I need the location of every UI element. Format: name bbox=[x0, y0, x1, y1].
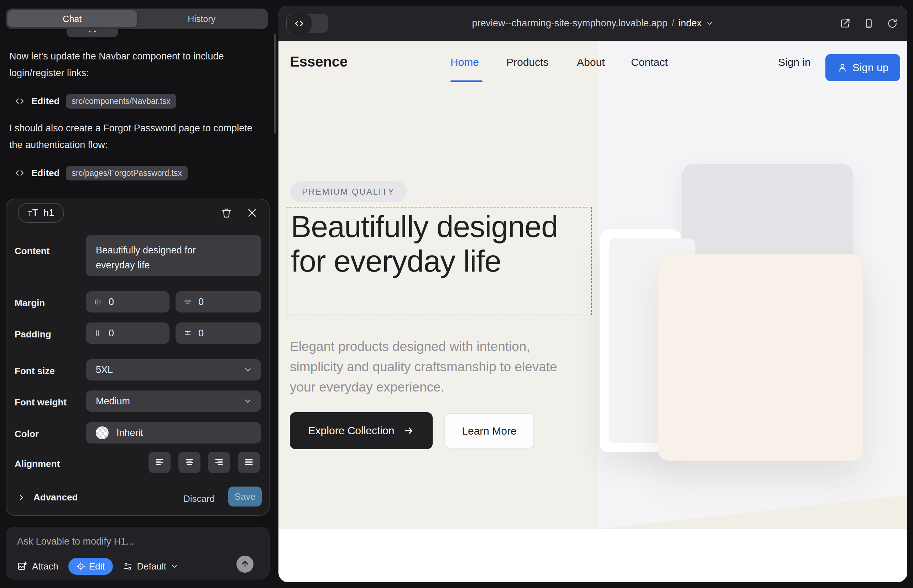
hero-description: Elegant products designed with intention… bbox=[290, 336, 578, 397]
chevron-down-icon bbox=[243, 365, 253, 375]
delete-element-button[interactable] bbox=[220, 207, 233, 219]
color-select[interactable]: Inherit bbox=[86, 422, 261, 444]
preview-chrome: preview--charming-site-symphony.lovable.… bbox=[278, 6, 907, 41]
edit-target-icon bbox=[76, 562, 86, 571]
advanced-label: Advanced bbox=[34, 492, 78, 503]
url-separator: / bbox=[672, 18, 674, 29]
padding-label: Padding bbox=[15, 329, 51, 340]
content-textarea[interactable]: Beautifully designed for everyday life bbox=[86, 235, 261, 276]
refresh-icon[interactable] bbox=[887, 18, 898, 29]
learn-more-button[interactable]: Learn More bbox=[444, 413, 534, 449]
align-left-button[interactable] bbox=[149, 452, 170, 473]
font-weight-label: Font weight bbox=[15, 397, 66, 408]
discard-button[interactable]: Discard bbox=[183, 493, 215, 504]
margin-horizontal-value: 0 bbox=[108, 297, 114, 307]
chevron-right-icon bbox=[17, 493, 26, 502]
arrow-right-icon bbox=[403, 425, 414, 436]
code-icon bbox=[14, 96, 25, 107]
composer-toolbar: Attach Edit Default bbox=[17, 558, 261, 575]
padding-vertical-icon bbox=[183, 328, 193, 338]
edited-label: Edited bbox=[31, 96, 60, 107]
chevron-down-icon bbox=[706, 19, 714, 27]
site-logo[interactable]: Essence bbox=[290, 54, 348, 70]
margin-horizontal-input[interactable]: 0 bbox=[86, 291, 170, 312]
close-editor-button[interactable] bbox=[246, 207, 259, 219]
align-center-button[interactable] bbox=[178, 452, 201, 473]
align-right-icon bbox=[214, 457, 224, 467]
padding-horizontal-input[interactable]: 0 bbox=[86, 323, 170, 344]
padding-horizontal-value: 0 bbox=[108, 328, 114, 339]
arrow-up-icon bbox=[240, 559, 249, 569]
font-weight-value: Medium bbox=[96, 396, 130, 407]
align-justify-button[interactable] bbox=[238, 452, 260, 473]
save-button[interactable]: Save bbox=[228, 486, 262, 507]
font-size-select[interactable]: 5XL bbox=[86, 359, 261, 381]
attach-label: Attach bbox=[32, 561, 58, 572]
nav-link-products[interactable]: Products bbox=[506, 56, 548, 68]
sign-in-link[interactable]: Sign in bbox=[778, 56, 811, 68]
sign-up-label: Sign up bbox=[853, 61, 889, 74]
page-name: index bbox=[679, 18, 702, 29]
color-swatch bbox=[96, 426, 108, 439]
preview-url: preview--charming-site-symphony.lovable.… bbox=[472, 18, 668, 29]
nav-active-underline bbox=[450, 81, 482, 82]
hero-headline[interactable]: Beautifully designed for everyday life bbox=[291, 209, 597, 278]
open-external-icon[interactable] bbox=[839, 18, 851, 29]
chevron-down-icon bbox=[243, 396, 253, 406]
sign-up-button[interactable]: Sign up bbox=[826, 54, 900, 81]
composer-input[interactable]: Ask Lovable to modify H1... bbox=[17, 536, 134, 547]
align-justify-icon bbox=[244, 457, 254, 467]
margin-label: Margin bbox=[15, 297, 45, 309]
chat-message: Now let's update the Navbar component to… bbox=[9, 48, 260, 81]
element-editor-panel: TT h1 Content Beautifully designed for e… bbox=[6, 199, 270, 516]
dot bbox=[94, 31, 96, 32]
advanced-toggle[interactable]: Advanced bbox=[17, 492, 78, 503]
color-label: Color bbox=[15, 428, 39, 439]
margin-vertical-input[interactable]: 0 bbox=[176, 291, 261, 312]
font-size-value: 5XL bbox=[96, 365, 113, 375]
url-bar[interactable]: preview--charming-site-symphony.lovable.… bbox=[278, 6, 907, 41]
send-button[interactable] bbox=[236, 556, 254, 573]
tab-history[interactable]: History bbox=[137, 10, 267, 27]
close-icon bbox=[246, 207, 258, 218]
chat-scrollbar[interactable] bbox=[274, 34, 276, 134]
align-right-button[interactable] bbox=[208, 452, 230, 473]
margin-vertical-icon bbox=[183, 297, 193, 307]
margin-vertical-value: 0 bbox=[198, 297, 204, 307]
element-tag: h1 bbox=[44, 207, 54, 218]
chat-history-tabbar: Chat History bbox=[6, 8, 268, 29]
scrolled-chip-partial bbox=[66, 29, 118, 37]
site-canvas: Essence Home Products About Contact Sign… bbox=[278, 41, 907, 582]
attach-button[interactable]: Attach bbox=[17, 561, 58, 572]
mode-selector[interactable]: Default bbox=[123, 561, 178, 572]
edited-label: Edited bbox=[31, 168, 60, 179]
padding-vertical-value: 0 bbox=[198, 328, 204, 339]
tab-chat[interactable]: Chat bbox=[8, 10, 137, 27]
selected-element-pill[interactable]: TT h1 bbox=[18, 203, 64, 223]
margin-horizontal-icon bbox=[93, 297, 103, 307]
explore-collection-button[interactable]: Explore Collection bbox=[290, 412, 433, 449]
nav-link-home[interactable]: Home bbox=[450, 56, 479, 68]
content-label: Content bbox=[15, 246, 50, 257]
font-weight-select[interactable]: Medium bbox=[86, 391, 261, 412]
mode-label: Default bbox=[137, 561, 166, 572]
file-chip[interactable]: src/pages/ForgotPassword.tsx bbox=[66, 166, 187, 181]
nav-link-about[interactable]: About bbox=[577, 56, 605, 68]
alignment-label: Alignment bbox=[15, 459, 60, 470]
padding-vertical-input[interactable]: 0 bbox=[176, 323, 261, 344]
edit-label: Edit bbox=[89, 561, 105, 572]
lovable-app: Chat History Now let's update the Navbar… bbox=[0, 0, 913, 588]
nav-link-contact[interactable]: Contact bbox=[631, 56, 668, 68]
sliders-icon bbox=[123, 561, 133, 571]
edit-mode-button[interactable]: Edit bbox=[68, 558, 113, 575]
file-chip[interactable]: src/components/Navbar.tsx bbox=[66, 94, 176, 108]
mobile-view-icon[interactable] bbox=[863, 18, 874, 29]
color-value: Inherit bbox=[117, 428, 143, 438]
user-icon bbox=[837, 62, 848, 73]
hero-decor-card-beige bbox=[658, 254, 863, 460]
attach-image-icon bbox=[17, 561, 28, 572]
chat-composer[interactable]: Ask Lovable to modify H1... Attach Edit … bbox=[6, 527, 270, 580]
chat-message: I should also create a Forgot Password p… bbox=[9, 120, 260, 153]
font-size-label: Font size bbox=[15, 365, 55, 376]
site-section-below-hero bbox=[278, 529, 907, 582]
